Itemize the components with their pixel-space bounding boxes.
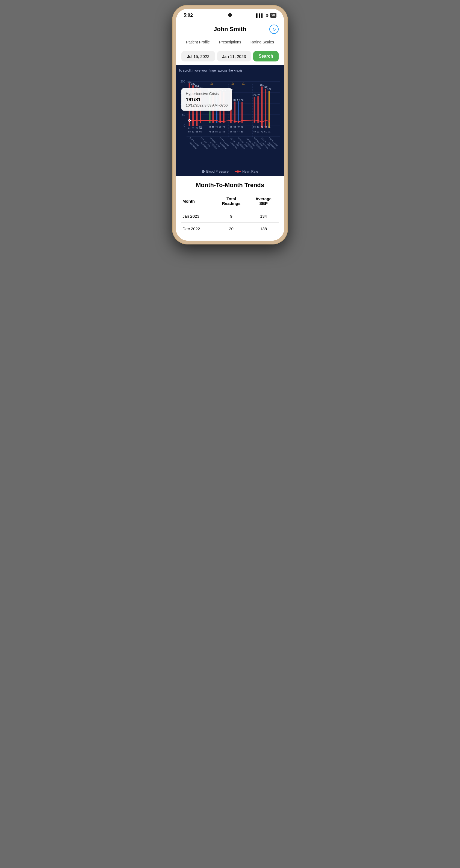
status-bar: 5:02 ▌▌▌ ⊜ 98 — [176, 9, 284, 20]
svg-text:73: 73 — [260, 130, 263, 133]
svg-point-85 — [254, 120, 255, 122]
svg-text:200: 200 — [180, 80, 185, 83]
svg-point-89 — [269, 120, 270, 122]
phone-screen: 5:02 ▌▌▌ ⊜ 98 John Smith ↻ — [176, 9, 284, 241]
refresh-button[interactable]: ↻ — [269, 25, 279, 34]
chart-area[interactable]: 200 150 100 50 0 ⚠ ⚠ ⚠ — [179, 74, 281, 167]
svg-text:66: 66 — [200, 126, 202, 128]
trends-header-row: Month TotalReadings AverageSBP — [181, 194, 279, 210]
svg-point-80 — [223, 120, 224, 122]
tab-rating-scales[interactable]: Rating Scales — [249, 38, 275, 46]
svg-text:106: 106 — [252, 94, 256, 97]
tooltip-title: Hypertensive Crisis — [186, 92, 227, 96]
svg-text:93: 93 — [219, 130, 221, 133]
svg-rect-47 — [254, 97, 255, 123]
svg-text:82: 82 — [234, 99, 236, 101]
svg-rect-55 — [269, 91, 270, 128]
chart-tooltip: Hypertensive Crisis 191/81 10/12/2022 8:… — [181, 88, 232, 111]
svg-point-84 — [241, 120, 243, 121]
svg-text:71: 71 — [268, 126, 270, 128]
status-time: 5:02 — [184, 12, 193, 18]
svg-text:84: 84 — [216, 130, 218, 133]
end-date-button[interactable]: Jan 11, 2023 — [217, 51, 251, 61]
svg-point-78 — [216, 120, 217, 121]
svg-text:47: 47 — [237, 130, 240, 133]
patient-name-row: John Smith ↻ — [181, 25, 279, 34]
svg-text:127: 127 — [267, 88, 271, 90]
svg-text:66: 66 — [200, 130, 202, 133]
cell-month: Dec 2022 — [181, 223, 214, 235]
svg-rect-41 — [234, 102, 236, 123]
search-button[interactable]: Search — [253, 51, 279, 61]
patient-name: John Smith — [191, 26, 269, 33]
header-section: John Smith ↻ Patient Profile Prescriptio… — [176, 20, 284, 65]
trends-row: Dec 2022 20 138 — [181, 223, 279, 235]
svg-text:71: 71 — [260, 126, 263, 128]
svg-point-82 — [234, 120, 236, 122]
tooltip-date: 10/12/2022 8:03 AM -0700 — [186, 103, 227, 107]
svg-text:61: 61 — [257, 126, 259, 128]
svg-point-74 — [196, 119, 198, 121]
svg-text:0: 0 — [184, 124, 185, 127]
svg-text:76: 76 — [223, 126, 225, 128]
blood-pressure-legend-icon — [202, 170, 205, 173]
svg-text:⚠: ⚠ — [242, 82, 245, 85]
cell-month: Jan 2023 — [181, 210, 214, 223]
phone-frame: 5:02 ▌▌▌ ⊜ 98 John Smith ↻ — [173, 5, 287, 244]
chart-section: To scroll, move your finger across the x… — [176, 65, 284, 176]
svg-text:142: 142 — [264, 86, 268, 89]
start-date-button[interactable]: Jul 15, 2022 — [181, 51, 215, 61]
trends-section: Month-To-Month Trends Month TotalReading… — [176, 176, 284, 241]
svg-text:62: 62 — [234, 126, 236, 128]
svg-point-72 — [188, 119, 191, 122]
cell-readings: 20 — [214, 223, 248, 235]
svg-text:108: 108 — [256, 93, 260, 96]
chart-hint: To scroll, move your finger across the x… — [179, 68, 281, 72]
svg-text:84: 84 — [237, 98, 240, 101]
tooltip-value: 191/81 — [186, 97, 227, 103]
col-avg-sbp: AverageSBP — [248, 194, 279, 210]
tab-prescriptions[interactable]: Prescriptions — [218, 38, 242, 46]
tab-patient-profile[interactable]: Patient Profile — [185, 38, 211, 46]
wifi-icon: ⊜ — [266, 13, 269, 18]
svg-text:81: 81 — [188, 127, 191, 129]
svg-text:71: 71 — [268, 130, 270, 133]
cell-avg-sbp: 138 — [248, 223, 279, 235]
chart-legend: Blood Pressure Heart Rate — [179, 169, 281, 174]
svg-text:68: 68 — [188, 130, 191, 133]
svg-point-88 — [265, 120, 266, 121]
col-readings: TotalReadings — [214, 194, 248, 210]
tabs-row: Patient Profile Prescriptions Rating Sca… — [181, 38, 279, 47]
svg-text:56: 56 — [223, 130, 225, 133]
refresh-icon: ↻ — [272, 27, 276, 32]
signal-icon: ▌▌▌ — [256, 13, 264, 18]
cell-avg-sbp: 134 — [248, 210, 279, 223]
svg-text:71: 71 — [241, 126, 243, 128]
svg-point-83 — [238, 121, 239, 123]
svg-text:184: 184 — [195, 85, 199, 87]
svg-text:72: 72 — [195, 127, 198, 129]
svg-text:50: 50 — [182, 113, 185, 116]
heart-rate-legend-label: Heart Rate — [242, 169, 258, 174]
svg-rect-43 — [238, 101, 239, 123]
svg-text:191: 191 — [187, 80, 191, 83]
svg-text:76: 76 — [216, 126, 218, 128]
battery-indicator: 98 — [270, 13, 276, 18]
svg-point-87 — [261, 121, 263, 123]
svg-text:182: 182 — [191, 83, 195, 85]
svg-text:73: 73 — [265, 126, 267, 128]
cell-readings: 9 — [214, 210, 248, 223]
svg-text:86: 86 — [241, 99, 244, 102]
svg-text:64: 64 — [230, 130, 232, 133]
svg-text:58: 58 — [241, 130, 243, 133]
app-content: John Smith ↻ Patient Profile Prescriptio… — [176, 20, 284, 241]
svg-text:⚠: ⚠ — [210, 82, 213, 85]
heart-rate-legend-icon — [235, 171, 241, 172]
svg-text:49: 49 — [237, 126, 240, 128]
svg-text:66: 66 — [230, 126, 232, 128]
svg-text:79: 79 — [219, 126, 221, 128]
svg-text:61: 61 — [265, 130, 267, 133]
svg-rect-53 — [265, 89, 266, 128]
legend-blood-pressure: Blood Pressure — [202, 169, 228, 174]
trends-title: Month-To-Month Trends — [181, 182, 279, 189]
